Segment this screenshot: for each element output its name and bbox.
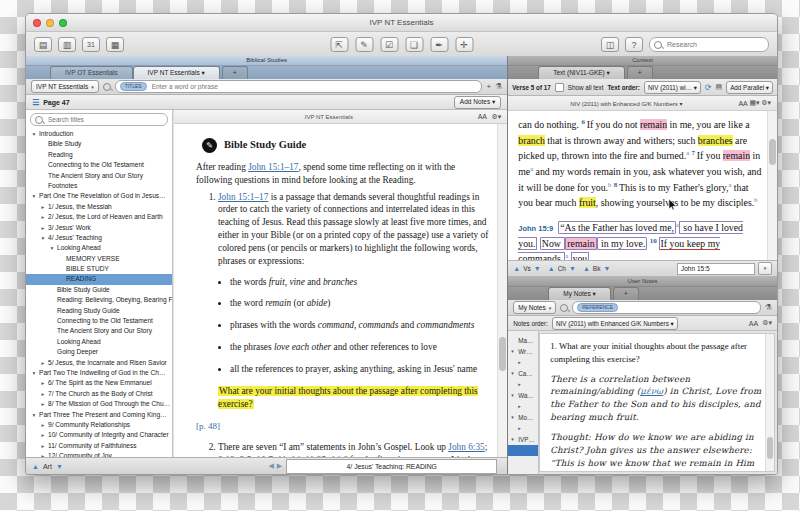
new-tab-button[interactable]: +: [613, 287, 639, 300]
current-section-field[interactable]: [286, 459, 497, 474]
notes-rail-item[interactable]: ▾IVP…: [508, 434, 538, 445]
scripture-link[interactable]: John 15:1–17: [218, 192, 268, 202]
atlas-icon[interactable]: ▦: [106, 37, 124, 52]
add-search-icon[interactable]: +: [486, 82, 491, 91]
tab-my-notes[interactable]: My Notes ▾: [548, 287, 611, 300]
module-select[interactable]: IVP NT Essentials▾: [31, 80, 99, 93]
tree-item[interactable]: ▸8/ The Mission of God Through the Chu…: [26, 399, 172, 409]
tree-item[interactable]: READING: [26, 274, 172, 284]
notes-search-field[interactable]: REFERENCE: [572, 301, 761, 314]
tree-item[interactable]: Reading: [26, 150, 172, 160]
tree-item[interactable]: ▸5/ Jesus, the Incarnate and Risen Savio…: [26, 358, 172, 368]
scripture-link[interactable]: John 15:1–17: [248, 162, 298, 172]
notes-rail-item[interactable]: ▾Wa…: [508, 390, 538, 401]
tree-item[interactable]: Connecting to the Old Testament: [26, 160, 172, 170]
tree-item[interactable]: Going Deeper: [26, 347, 172, 357]
forward-icon[interactable]: ▶: [277, 462, 282, 470]
notes-module-select[interactable]: My Notes▾: [513, 301, 556, 314]
tree-item[interactable]: The Ancient Story and Our Story: [26, 171, 172, 181]
workflow-icon[interactable]: ⚗: [765, 303, 772, 312]
book-up-button[interactable]: ▲: [583, 265, 590, 272]
search-scope-pill[interactable]: REFERENCE: [577, 303, 618, 312]
search-scope-pill[interactable]: TITLES: [120, 82, 147, 91]
gear-icon[interactable]: ⚙▾: [491, 113, 501, 121]
tree-item[interactable]: MEMORY VERSE: [26, 254, 172, 264]
add-parallel-button[interactable]: Add Parallel ▾: [726, 81, 773, 94]
scripture-link[interactable]: μένω: [640, 386, 663, 396]
gear-icon[interactable]: ⚙▾: [762, 319, 772, 327]
tree-item[interactable]: ▸10/ Community of Integrity and Characte…: [26, 430, 172, 440]
scripture-link[interactable]: 11:25: [305, 455, 326, 457]
tree-item[interactable]: ▸11/ Community of Faithfulness: [26, 441, 172, 451]
notes-rail-item[interactable]: ▸: [508, 423, 538, 434]
note-editor[interactable]: 1. What are your initial thoughts about …: [539, 333, 775, 472]
move-arrange-icon[interactable]: ✛: [455, 37, 473, 52]
notes-order-select[interactable]: NIV (2011) with Enhanced G/K Numbers ▾: [552, 317, 678, 330]
show-all-text-checkbox[interactable]: [555, 83, 564, 92]
tab-text-niv11-gke[interactable]: Text (NIV11-GKE) ▾: [538, 66, 625, 79]
stamp-pens-icon[interactable]: ✒: [430, 37, 448, 52]
gear-icon[interactable]: ⚙▾: [761, 99, 771, 107]
tree-item[interactable]: ▸1/ Jesus, the Messiah: [26, 202, 172, 212]
tree-item[interactable]: The Ancient Story and Our Story: [26, 326, 172, 336]
text-size-control[interactable]: AA: [478, 113, 487, 120]
bible-scrollbar[interactable]: [767, 111, 777, 260]
highlight-pen-icon[interactable]: ✎: [355, 37, 373, 52]
notes-rail-item[interactable]: ▸: [508, 357, 538, 368]
text-size-control[interactable]: AA: [749, 320, 758, 327]
notes-rail-item[interactable]: ▸: [508, 401, 538, 412]
word-search-field[interactable]: TITLES: [115, 80, 483, 93]
tree-item[interactable]: ▸7/ The Church as the Body of Christ: [26, 389, 172, 399]
new-tool-icon[interactable]: ▤: [34, 37, 52, 52]
tree-item[interactable]: ▾4/ Jesus' Teaching: [26, 233, 172, 243]
add-notes-button[interactable]: Add Notes ▾: [454, 96, 501, 109]
research-input[interactable]: [665, 40, 764, 49]
titles-search-field[interactable]: [30, 113, 168, 126]
scripture-link[interactable]: 10:7: [256, 455, 273, 457]
back-icon[interactable]: ◀: [268, 462, 273, 470]
prev-article-button[interactable]: ▲: [32, 463, 39, 470]
scripture-link[interactable]: 14:6: [331, 455, 348, 457]
tree-item[interactable]: Bible Study Guide: [26, 285, 172, 295]
text-order-select[interactable]: NIV (2011) wi… ▾: [644, 81, 701, 94]
next-article-button[interactable]: ▼: [56, 463, 63, 470]
verse-reference-label[interactable]: John 15:9: [518, 224, 553, 233]
view-options-icon[interactable]: ▦▾: [749, 99, 759, 107]
tree-item[interactable]: ▸3/ Jesus' Work: [26, 223, 172, 233]
word-search-input[interactable]: [150, 82, 478, 91]
tree-item[interactable]: Bible Study: [26, 139, 172, 149]
verse-up-button[interactable]: ▲: [513, 265, 520, 272]
tree-item[interactable]: ▾Part One The Revelation of God in Jesus…: [26, 191, 172, 201]
tab-ivp-nt-essentials[interactable]: IVP NT Essentials ▾: [133, 66, 220, 79]
notes-rail-item[interactable]: [508, 445, 538, 456]
notes-rail-item[interactable]: Ma…: [508, 335, 538, 346]
text-size-control[interactable]: AA: [738, 100, 747, 107]
notes-scrollbar[interactable]: [765, 334, 774, 471]
tab-ivp-ot-essentials[interactable]: IVP OT Essentials: [50, 66, 133, 79]
notes-rail-item[interactable]: ▾Ca…: [508, 368, 538, 379]
chapter-up-button[interactable]: ▲: [548, 265, 555, 272]
tree-item[interactable]: ▾Part Three The Present and Coming King…: [26, 410, 172, 420]
tree-item[interactable]: ▾Looking Ahead: [26, 243, 172, 253]
titles-search-input[interactable]: [46, 115, 163, 124]
notes-rail-item[interactable]: ▾Wr…: [508, 346, 538, 357]
tree-item[interactable]: ▸9/ Community Relationships: [26, 420, 172, 430]
notes-search-input[interactable]: [621, 303, 756, 312]
edit-note-icon[interactable]: ❏: [405, 37, 423, 52]
verse-down-button[interactable]: ▼: [534, 265, 541, 272]
notes-rail-item[interactable]: ▸: [508, 379, 538, 390]
tree-item[interactable]: ▸6/ The Spirit as the New Emmanuel: [26, 378, 172, 388]
scripture-link[interactable]: 8:12: [218, 455, 235, 457]
go-to-reference-field[interactable]: [677, 263, 755, 275]
reference-dropdown-button[interactable]: ▾: [758, 262, 772, 275]
verse-note-icon[interactable]: ☑: [380, 37, 398, 52]
book-down-button[interactable]: ▼: [603, 265, 610, 272]
tree-item[interactable]: Looking Ahead: [26, 337, 172, 347]
notes-rail-item[interactable]: ▾Mo…: [508, 412, 538, 423]
tree-item[interactable]: ▸2/ Jesus, the Lord of Heaven and Earth: [26, 212, 172, 222]
tree-item[interactable]: Footnotes: [26, 181, 172, 191]
tree-item[interactable]: Connecting to the Old Testament: [26, 316, 172, 326]
share-icon[interactable]: ⇱: [330, 37, 348, 52]
tree-item[interactable]: ▾Part Two The Indwelling of God in the C…: [26, 368, 172, 378]
research-search-field[interactable]: [649, 37, 769, 52]
